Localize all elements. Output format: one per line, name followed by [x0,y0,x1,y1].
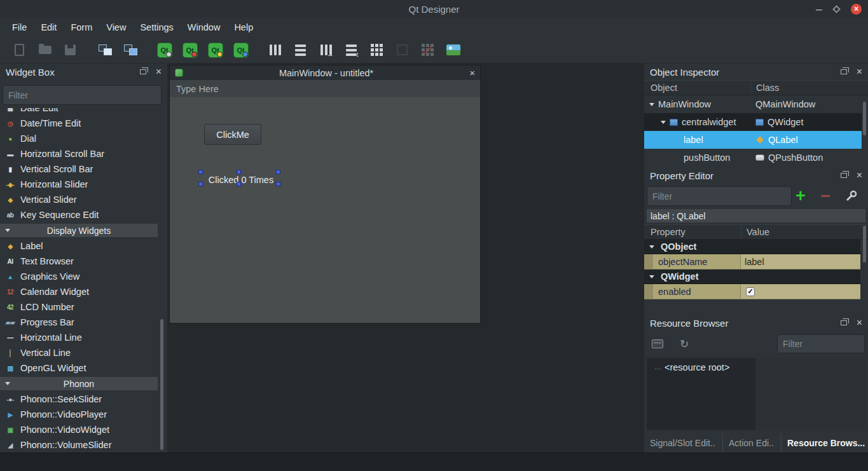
menu-view[interactable]: View [99,20,133,35]
column-class[interactable]: Class [750,81,868,95]
save-form-icon[interactable] [62,41,79,58]
widget-item[interactable]: ▲Graphics View [0,269,158,284]
menu-settings[interactable]: Settings [133,20,180,35]
menu-form[interactable]: Form [64,20,99,35]
widget-item[interactable]: AIText Browser [0,254,158,269]
property-filter-input[interactable] [647,186,792,206]
widget-item[interactable]: -◆-Horizontal Slider [0,177,158,192]
clicked-times-label[interactable]: Clicked 0 Times [200,172,282,188]
widget-box-filter-input[interactable] [3,85,162,105]
property-group-qobject[interactable]: QObject [644,240,860,254]
widget-item[interactable]: 12Calendar Widget [0,284,158,299]
edit-resources-icon[interactable] [652,339,663,348]
property-row-objectname[interactable]: objectName label [644,254,860,270]
float-panel-icon[interactable] [841,69,847,74]
form-canvas[interactable]: ClickMe Clicked 0 Times [170,97,480,323]
layout-vertical-splitter-icon[interactable]: ↕ [343,41,360,58]
selection-handle[interactable] [198,170,203,174]
menu-window[interactable]: Window [181,20,228,35]
close-panel-icon[interactable]: × [156,67,162,77]
close-panel-icon[interactable]: × [857,170,862,181]
selection-handle[interactable] [276,182,280,186]
widget-item[interactable]: ●Dial [0,131,158,146]
expand-arrow-icon[interactable] [649,103,654,106]
selection-handle[interactable] [237,170,241,174]
clickme-button[interactable]: ClickMe [204,124,261,145]
widget-item[interactable]: ▦Date Edit [0,108,158,116]
column-value[interactable]: Value [741,225,868,239]
tab-action-editor[interactable]: Action Edi.. [723,433,782,453]
float-panel-icon[interactable] [140,69,146,74]
edit-signals-slots-icon[interactable]: Qt [181,41,198,58]
tree-row-pushbutton[interactable]: pushButton QPushButton [644,149,862,165]
column-property[interactable]: Property [644,227,741,237]
open-form-icon[interactable] [36,41,53,58]
type-here-hint[interactable]: Type Here [176,84,219,94]
widget-item[interactable]: ◆Label [0,238,158,254]
menu-help[interactable]: Help [227,20,260,35]
layout-grid-icon[interactable] [368,41,385,58]
property-value[interactable]: label [741,254,860,270]
remove-property-button[interactable]: − [816,186,834,206]
minimize-button[interactable]: – [816,3,822,15]
form-close-button[interactable]: × [469,67,475,78]
close-button[interactable]: × [851,4,862,15]
reload-icon[interactable]: ↻ [680,339,689,350]
menu-edit[interactable]: Edit [34,20,64,35]
property-row-enabled[interactable]: enabled ✓ [644,284,860,299]
selection-handle[interactable] [276,170,280,174]
windows-front-icon[interactable] [122,41,139,58]
new-form-icon[interactable] [11,41,28,58]
selection-handle[interactable] [198,182,203,186]
widget-item[interactable]: -●-Phonon::SeekSlider [0,392,158,407]
edit-tab-order-icon[interactable]: Qt [232,41,249,58]
widgetbox-scrollbar[interactable] [160,319,163,450]
widget-item[interactable]: ◆Vertical Slider [0,192,158,207]
property-editor-scrollbar[interactable] [863,226,866,263]
break-layout-icon[interactable] [419,41,436,58]
windows-back-icon[interactable] [97,41,114,58]
resource-filter-input[interactable] [777,334,865,353]
widget-item[interactable]: ▮Vertical Scroll Bar [0,161,158,177]
configure-button[interactable] [842,186,860,206]
close-panel-icon[interactable]: × [857,318,862,328]
float-panel-icon[interactable] [841,173,847,178]
widget-category-display-widgets[interactable]: Display Widgets [0,224,158,237]
enabled-checkbox[interactable]: ✓ [746,287,755,296]
expand-arrow-icon[interactable] [661,121,666,124]
tab-resource-browser[interactable]: Resource Brows... [782,433,868,453]
widget-item[interactable]: ▧OpenGL Widget [0,360,158,376]
widget-item[interactable]: 42LCD Number [0,299,158,315]
layout-horizontal-splitter-icon[interactable]: ↔ [317,41,334,58]
float-panel-icon[interactable] [841,320,847,325]
widget-item[interactable]: ◢Phonon::VolumeSlider [0,437,158,451]
property-group-qwidget[interactable]: QWidget [644,270,860,284]
layout-horizontally-icon[interactable] [292,41,309,58]
edit-buddies-icon[interactable]: Qt [207,41,224,58]
tree-row-label-selected[interactable]: label QLabel [644,131,862,149]
maximize-button[interactable] [834,6,839,12]
resource-root-item[interactable]: <resource root> [647,362,755,372]
edit-widgets-icon[interactable]: Qt [156,41,173,58]
widget-item[interactable]: │Vertical Line [0,345,158,360]
tab-signal-slot-editor[interactable]: Signal/Slot Edit.. [644,433,723,453]
widget-item[interactable]: abKey Sequence Edit [0,207,158,222]
tree-row-mainwindow[interactable]: MainWindow QMainWindow [644,95,862,113]
widget-item[interactable]: ▶Phonon::VideoPlayer [0,407,158,422]
object-inspector-scrollbar[interactable] [863,102,866,135]
column-object[interactable]: Object [644,83,750,93]
add-property-button[interactable]: + [792,186,809,206]
close-panel-icon[interactable]: × [857,67,862,77]
widget-item[interactable]: ▰▰Progress Bar [0,315,158,330]
preview-form-icon[interactable] [444,41,462,58]
widget-category-phonon[interactable]: Phonon [0,377,158,390]
widget-item[interactable]: ◷Date/Time Edit [0,116,158,131]
layout-vertically-icon[interactable] [266,41,284,58]
menu-file[interactable]: File [5,20,34,35]
adjust-size-icon[interactable] [394,41,411,58]
widget-item[interactable]: —Horizontal Line [0,330,158,345]
widget-item[interactable]: ▬Horizontal Scroll Bar [0,146,158,161]
selection-handle[interactable] [237,182,241,186]
widget-item[interactable]: ▣Phonon::VideoWidget [0,422,158,437]
tree-row-centralwidget[interactable]: centralwidget QWidget [644,113,862,131]
